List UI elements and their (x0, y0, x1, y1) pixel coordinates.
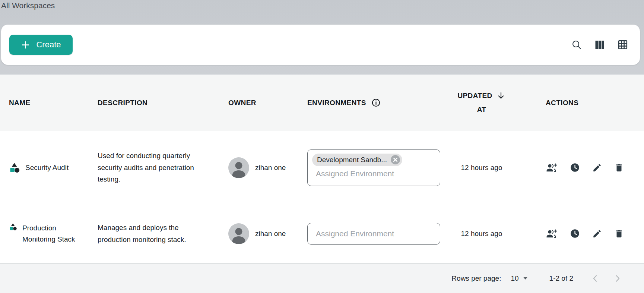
create-button[interactable]: Create (9, 35, 73, 55)
assigned-environment-select[interactable]: Development Sandb... Assigned Environmen… (307, 149, 440, 186)
environment-placeholder: Assigned Environment (312, 229, 394, 238)
edit-button[interactable] (592, 229, 602, 239)
chevron-left-icon (590, 274, 600, 283)
edit-button[interactable] (592, 163, 602, 173)
rows-per-page-label: Rows per page: (451, 274, 501, 283)
workspaces-table: NAME DESCRIPTION OWNER ENVIRONMENTS UPDA… (0, 75, 644, 293)
history-button[interactable] (570, 163, 580, 173)
grid-icon (618, 40, 628, 50)
owner-cell: zihan one (226, 157, 299, 178)
clock-icon (570, 229, 580, 239)
workspace-name: Security Audit (25, 162, 69, 173)
workspace-description: Manages and deploys the production monit… (98, 222, 206, 245)
updated-at: 12 hours ago (444, 230, 519, 238)
owner-cell: zihan one (226, 223, 299, 244)
workspace-shapes-icon (9, 163, 20, 173)
workspace-name-cell: Security Audit (9, 162, 98, 173)
row-actions (519, 229, 635, 239)
row-actions (519, 163, 635, 173)
pagination-range: 1-2 of 2 (549, 274, 573, 283)
toolbar: Create (1, 25, 640, 65)
column-header-description[interactable]: DESCRIPTION (98, 99, 226, 107)
trash-icon (614, 163, 624, 173)
column-header-environments[interactable]: ENVIRONMENTS (299, 98, 444, 107)
avatar (228, 157, 249, 178)
page-title: All Workspaces (1, 1, 55, 10)
columns-view-button[interactable] (594, 40, 605, 50)
next-page-button[interactable] (613, 274, 622, 283)
column-header-updated-at[interactable]: UPDATED AT (444, 89, 519, 116)
person-add-icon (546, 229, 558, 239)
pencil-icon (592, 163, 602, 173)
column-header-name[interactable]: NAME (9, 99, 98, 107)
sort-descending-icon (496, 91, 506, 101)
delete-button[interactable] (614, 229, 624, 239)
pencil-icon (592, 229, 602, 239)
environment-chip: Development Sandb... (312, 154, 402, 166)
grid-view-button[interactable] (618, 40, 628, 50)
environment-chip-label: Development Sandb... (317, 156, 387, 164)
owner-name: zihan one (255, 230, 286, 238)
create-button-label: Create (36, 40, 61, 50)
previous-page-button[interactable] (590, 274, 600, 283)
rows-per-page-value: 10 (511, 274, 518, 283)
chip-remove-button[interactable] (390, 155, 400, 165)
pagination-bar: Rows per page: 10 1-2 of 2 (0, 263, 644, 293)
add-user-button[interactable] (546, 229, 558, 239)
environment-placeholder: Assigned Environment (312, 169, 435, 178)
add-user-button[interactable] (546, 163, 558, 173)
column-header-owner[interactable]: OWNER (226, 99, 299, 107)
table-row: Security Audit Used for conducting quart… (0, 131, 644, 204)
clock-icon (570, 163, 580, 173)
workspace-name: Production Monitoring Stack (22, 223, 84, 245)
workspace-shapes-icon (9, 223, 17, 231)
history-button[interactable] (570, 229, 580, 239)
columns-icon (594, 40, 605, 50)
chevron-right-icon (613, 274, 622, 283)
trash-icon (614, 229, 624, 239)
search-button[interactable] (571, 40, 582, 50)
owner-name: zihan one (255, 164, 286, 172)
chevron-down-icon (522, 275, 529, 281)
rows-per-page-select[interactable]: 10 (511, 274, 528, 283)
table-header-row: NAME DESCRIPTION OWNER ENVIRONMENTS UPDA… (0, 75, 644, 131)
workspace-description: Used for conducting quarterly security a… (98, 150, 206, 185)
workspace-name-cell: Production Monitoring Stack (9, 223, 98, 245)
assigned-environment-select[interactable]: Assigned Environment (307, 223, 440, 245)
avatar (228, 223, 249, 244)
updated-at: 12 hours ago (444, 164, 519, 172)
person-add-icon (546, 163, 558, 173)
delete-button[interactable] (614, 163, 624, 173)
search-icon (571, 40, 582, 50)
plus-icon (21, 40, 30, 50)
close-icon (390, 155, 400, 165)
column-header-actions: ACTIONS (519, 99, 635, 107)
table-row: Production Monitoring Stack Manages and … (0, 204, 644, 263)
info-icon[interactable] (371, 98, 381, 107)
